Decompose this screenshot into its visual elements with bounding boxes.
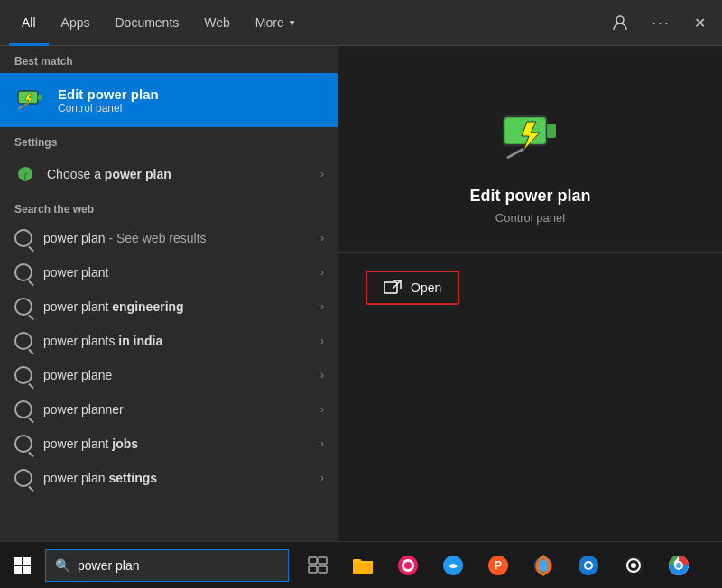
settings-item-power-plan[interactable]: Choose a power plan ›	[0, 154, 338, 194]
web-item-6-text: power planner	[43, 402, 124, 417]
svg-point-32	[676, 563, 681, 568]
search-icon-7	[14, 435, 32, 453]
detail-title: Edit power plan	[469, 187, 590, 206]
search-icon-5	[14, 366, 32, 384]
web-item-4-arrow: ›	[320, 335, 324, 347]
svg-rect-12	[319, 557, 327, 564]
svg-point-26	[586, 563, 591, 568]
ellipsis-button[interactable]: ···	[644, 10, 678, 36]
icon-5[interactable]: P	[478, 542, 518, 589]
settings-item-arrow: ›	[320, 168, 324, 180]
battery-icon	[14, 84, 47, 116]
colorful-icon	[396, 554, 420, 577]
search-icon-3	[14, 298, 32, 316]
web-item-6[interactable]: power planner ›	[0, 392, 338, 427]
task-view-icon	[307, 555, 329, 576]
svg-point-29	[631, 563, 636, 568]
web-item-4-text: power plants in india	[43, 334, 162, 348]
web-item-6-arrow: ›	[320, 403, 324, 416]
detail-divider	[338, 252, 722, 253]
detail-power-icon	[495, 100, 567, 172]
leaf-icon	[16, 165, 34, 183]
web-item-5-text: power plane	[43, 368, 112, 382]
web-item-3[interactable]: power plant engineering ›	[0, 289, 338, 324]
svg-rect-13	[309, 566, 317, 573]
web-item-1-arrow: ›	[320, 232, 324, 244]
svg-point-18	[404, 562, 412, 569]
close-button[interactable]: ✕	[687, 11, 713, 35]
windows-logo	[14, 557, 31, 574]
tab-web[interactable]: Web	[191, 0, 243, 46]
search-icon-4	[14, 332, 32, 350]
svg-rect-11	[309, 557, 317, 564]
icon-6[interactable]	[569, 542, 608, 589]
svg-rect-15	[353, 561, 373, 574]
svg-rect-9	[384, 282, 397, 293]
search-web-label: Search the web	[0, 194, 338, 221]
search-icon-2	[14, 263, 32, 281]
icon-4[interactable]	[433, 542, 473, 589]
detail-subtitle: Control panel	[495, 211, 565, 225]
best-match-text: Edit power plan Control panel	[58, 87, 159, 115]
icon-7[interactable]	[614, 542, 653, 589]
task-view-button[interactable]	[298, 542, 338, 589]
settings-item-label: Choose a power plan	[47, 167, 171, 181]
bird-icon	[441, 554, 465, 577]
win-logo-bl	[14, 566, 22, 574]
web-item-3-arrow: ›	[320, 300, 324, 313]
blue-circle-icon	[577, 554, 600, 577]
web-item-5-arrow: ›	[320, 369, 324, 381]
web-item-5[interactable]: power plane ›	[0, 358, 338, 392]
main-area: Best match Edit power plan Cont	[0, 46, 722, 541]
web-item-2[interactable]: power plant ›	[0, 255, 338, 289]
tab-more[interactable]: More ▼	[243, 0, 310, 46]
taskbar-search-input[interactable]	[78, 558, 279, 573]
start-button[interactable]	[0, 542, 45, 589]
web-item-7-text: power plant jobs	[43, 436, 138, 451]
svg-rect-14	[319, 566, 327, 573]
win-logo-tr	[23, 557, 31, 565]
dark-circle-icon	[622, 554, 645, 577]
person-icon	[612, 14, 628, 31]
settings-label: Settings	[0, 127, 338, 154]
orange-icon: P	[486, 554, 510, 577]
open-window-icon	[384, 280, 402, 296]
svg-rect-2	[38, 95, 42, 100]
win-logo-tl	[14, 557, 22, 565]
web-item-2-text: power plant	[43, 265, 108, 280]
taskbar-icons: P	[298, 542, 699, 589]
power-plan-icon	[14, 84, 47, 116]
icon-3[interactable]	[388, 542, 428, 589]
tab-documents[interactable]: Documents	[102, 0, 191, 46]
web-item-8[interactable]: power plan settings ›	[0, 461, 338, 495]
firefox-button[interactable]	[523, 542, 563, 589]
svg-line-4	[18, 104, 27, 109]
best-match-title: Edit power plan	[58, 87, 159, 102]
top-nav: All Apps Documents Web More ▼ ··· ✕	[0, 0, 722, 46]
right-panel-content: Edit power plan Control panel	[338, 100, 722, 252]
search-icon-6	[14, 400, 32, 418]
search-icon-1	[14, 229, 32, 247]
svg-rect-6	[547, 124, 556, 138]
open-button[interactable]: Open	[366, 271, 459, 305]
chrome-button[interactable]	[659, 542, 699, 589]
web-item-1[interactable]: power plan - See web results ›	[0, 221, 338, 255]
win-logo-br	[23, 566, 31, 574]
web-item-4[interactable]: power plants in india ›	[0, 324, 338, 358]
best-match-item[interactable]: Edit power plan Control panel	[0, 73, 338, 127]
chrome-icon	[667, 554, 690, 577]
web-item-7-arrow: ›	[320, 437, 324, 450]
person-icon-button[interactable]	[605, 11, 635, 34]
web-item-8-text: power plan settings	[43, 471, 157, 485]
taskbar-search-bar[interactable]: 🔍	[45, 549, 289, 582]
svg-text:P: P	[495, 559, 502, 572]
file-explorer-button[interactable]	[343, 542, 383, 589]
web-item-7[interactable]: power plant jobs ›	[0, 427, 338, 461]
tab-apps[interactable]: Apps	[49, 0, 103, 46]
open-icon-svg	[384, 280, 402, 296]
web-item-3-text: power plant engineering	[43, 299, 184, 314]
svg-point-0	[616, 16, 624, 23]
tab-all[interactable]: All	[9, 0, 49, 46]
close-icon: ✕	[694, 14, 706, 32]
left-panel: Best match Edit power plan Cont	[0, 46, 338, 541]
